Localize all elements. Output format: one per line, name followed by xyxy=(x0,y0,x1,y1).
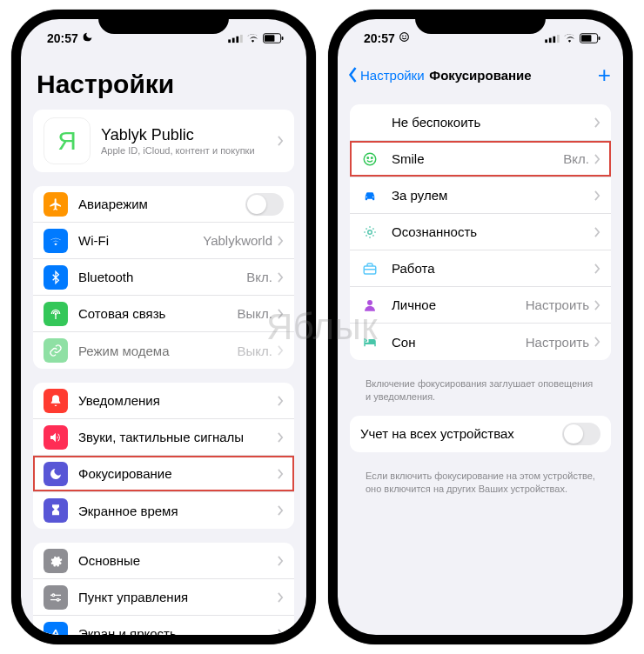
sliders-icon xyxy=(44,585,68,610)
profile-name: Yablyk Public xyxy=(101,126,278,144)
bell-icon xyxy=(44,389,68,413)
settings-row-link[interactable]: Режим модемаВыкл. xyxy=(33,332,294,369)
connectivity-group: АвиарежимWi-FiYablykworldBluetoothВкл.Со… xyxy=(33,186,294,369)
smile-icon xyxy=(360,151,379,167)
settings-row-textsize[interactable]: Экран и яркость xyxy=(33,616,294,635)
notch xyxy=(415,10,546,34)
settings-row-bell[interactable]: Уведомления xyxy=(33,383,294,419)
row-label: Bluetooth xyxy=(78,270,246,284)
speaker-icon xyxy=(44,425,68,450)
profile-sub: Apple ID, iCloud, контент и покупки xyxy=(101,145,278,156)
share-row[interactable]: Учет на всех устройствах xyxy=(350,416,611,452)
settings-row-gear[interactable]: Основные xyxy=(33,543,294,579)
row-detail: Настроить xyxy=(526,297,589,312)
settings-row-moon[interactable]: Фокусирование xyxy=(33,456,294,492)
row-detail: Yablykworld xyxy=(203,233,272,248)
settings-row-briefcase[interactable]: Работа xyxy=(350,250,611,287)
profile-badge: Я xyxy=(44,117,91,164)
row-label: Основные xyxy=(78,553,278,568)
add-button[interactable]: + xyxy=(598,63,611,86)
settings-row-airplane[interactable]: Авиарежим xyxy=(33,186,294,223)
settings-row-person[interactable]: ЛичноеНастроить xyxy=(350,287,611,324)
notifications-group: УведомленияЗвуки, тактильные сигналыФоку… xyxy=(33,383,294,529)
chevron-right-icon xyxy=(594,154,600,164)
svg-point-24 xyxy=(364,153,376,165)
share-switch[interactable] xyxy=(562,423,600,445)
settings-row-mind[interactable]: Осознанность xyxy=(350,214,611,250)
antenna-icon xyxy=(44,302,68,326)
chevron-right-icon xyxy=(278,505,284,516)
settings-row-car[interactable]: За рулем xyxy=(350,177,611,214)
briefcase-icon xyxy=(360,261,379,277)
phone-left: 20:57 Настройки Я Yablyk Public Apple ID… xyxy=(11,10,316,644)
row-label: Smile xyxy=(392,151,563,166)
row-label: Фокусирование xyxy=(78,466,278,481)
share-label: Учет на всех устройствах xyxy=(360,426,562,441)
nav-back-button[interactable]: Настройки xyxy=(348,67,425,83)
toggle-switch[interactable] xyxy=(245,193,284,216)
settings-row-moon[interactable]: Не беспокоить xyxy=(350,104,611,141)
svg-rect-5 xyxy=(265,35,275,42)
smile-status-icon xyxy=(399,31,410,45)
settings-row-antenna[interactable]: Сотовая связьВыкл. xyxy=(33,296,294,332)
svg-point-29 xyxy=(367,300,372,305)
mind-icon xyxy=(360,224,379,240)
airplane-icon xyxy=(44,192,68,217)
share-group: Учет на всех устройствах xyxy=(350,416,611,452)
chevron-right-icon xyxy=(594,300,600,310)
chevron-right-icon xyxy=(594,337,600,347)
svg-rect-0 xyxy=(228,39,231,43)
chevron-right-icon xyxy=(278,592,284,603)
svg-point-16 xyxy=(406,36,406,37)
svg-rect-22 xyxy=(581,35,592,42)
row-label: Экран и яркость xyxy=(78,626,278,635)
status-time: 20:57 xyxy=(364,31,395,45)
chevron-right-icon xyxy=(278,469,284,479)
chevron-right-icon xyxy=(594,227,600,237)
chevron-right-icon xyxy=(278,136,284,146)
row-label: Работа xyxy=(392,261,594,276)
chevron-right-icon xyxy=(278,556,284,566)
notch xyxy=(98,10,229,34)
wifi-icon xyxy=(44,229,68,253)
row-label: Сон xyxy=(392,335,526,350)
settings-row-sliders[interactable]: Пункт управления xyxy=(33,579,294,616)
svg-point-9 xyxy=(57,598,59,601)
chevron-right-icon xyxy=(594,264,600,274)
svg-point-7 xyxy=(55,313,56,314)
row-label: Авиарежим xyxy=(78,197,245,211)
row-detail: Выкл. xyxy=(238,344,272,358)
settings-row-bed[interactable]: СонНастроить xyxy=(350,324,611,360)
chevron-right-icon xyxy=(278,629,284,636)
chevron-right-icon xyxy=(278,236,284,246)
settings-row-bluetooth[interactable]: BluetoothВкл. xyxy=(33,259,294,296)
svg-rect-23 xyxy=(599,37,600,40)
chevron-right-icon xyxy=(278,432,284,443)
row-detail: Выкл. xyxy=(238,306,272,321)
settings-row-smile[interactable]: SmileВкл. xyxy=(350,141,611,177)
settings-row-wifi[interactable]: Wi-FiYablykworld xyxy=(33,223,294,259)
phone-right: 20:57 Настройки Фокусирование + xyxy=(328,10,633,644)
bluetooth-icon xyxy=(44,265,68,290)
nav-title: Фокусирование xyxy=(429,68,531,83)
nav-bar: Настройки Фокусирование + xyxy=(338,57,623,92)
status-icons xyxy=(545,33,600,43)
svg-point-27 xyxy=(368,230,372,234)
row-label: Сотовая связь xyxy=(78,306,238,321)
moon-status-icon xyxy=(82,31,93,45)
settings-row-speaker[interactable]: Звуки, тактильные сигналы xyxy=(33,419,294,456)
share-footer-text: Если включить фокусирование на этом устр… xyxy=(350,466,611,508)
row-label: Уведомления xyxy=(78,393,278,408)
moon-icon xyxy=(44,462,68,486)
link-icon xyxy=(44,338,68,363)
row-detail: Вкл. xyxy=(246,270,272,284)
row-label: Не беспокоить xyxy=(392,115,594,130)
row-label: Экранное время xyxy=(78,504,278,518)
car-icon xyxy=(360,188,379,204)
profile-row[interactable]: Я Yablyk Public Apple ID, iCloud, контен… xyxy=(33,110,294,172)
svg-point-26 xyxy=(372,157,373,158)
chevron-right-icon xyxy=(278,396,284,406)
svg-rect-6 xyxy=(282,37,284,40)
settings-row-hourglass[interactable]: Экранное время xyxy=(33,492,294,529)
chevron-right-icon xyxy=(278,272,284,283)
